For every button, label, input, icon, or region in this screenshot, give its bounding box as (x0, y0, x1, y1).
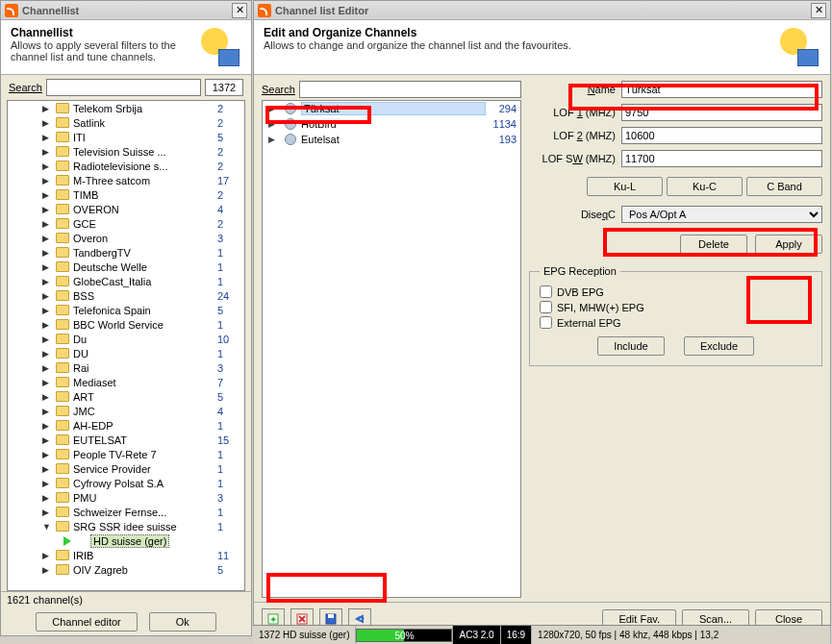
dvb-epg-checkbox[interactable] (540, 285, 552, 298)
epg-legend: EPG Reception (540, 265, 620, 277)
delete-button[interactable]: Delete (680, 235, 747, 254)
left-search-row: Search 1372 (1, 75, 251, 100)
lof1-label: LOF 1 (MHZ) (529, 107, 616, 118)
lofsw-label: LOF SW (MHZ) (529, 153, 616, 164)
right-header: Edit and Organize Channels Allows to cha… (254, 20, 830, 75)
status-aspect: 16:9 (501, 626, 532, 644)
tree-item[interactable]: ▶M-Three satcom17 (8, 173, 244, 187)
statusbar: 1372 HD suisse (ger) 50% AC3 2.0 16:9 12… (253, 625, 831, 644)
right-desc: Allows to change and organize the channe… (264, 39, 778, 51)
tree-item[interactable]: ▶IRIB11 (8, 548, 244, 562)
tree-item[interactable]: ▶ART5 (8, 389, 244, 404)
close-icon[interactable]: ✕ (232, 3, 247, 18)
status-info: 1280x720, 50 fps | 48 khz, 448 kbps | 13… (532, 626, 831, 644)
tree-item[interactable]: ▶BSS24 (8, 288, 244, 303)
diseqc-label: DiseqC (529, 209, 616, 220)
ok-button[interactable]: Ok (149, 612, 216, 632)
ku-c-button[interactable]: Ku-C (667, 177, 743, 196)
tree-item[interactable]: ▶People TV-Rete 71 (8, 447, 244, 461)
left-header: Channellist Allows to apply several filt… (1, 20, 251, 75)
status-channel: 1372 HD suisse (ger) (253, 626, 356, 644)
sfi-epg-checkbox[interactable] (540, 301, 552, 313)
search-input[interactable] (46, 79, 201, 96)
lof2-label: LOF 2 (MHZ) (529, 130, 616, 141)
search-label: Search (9, 82, 42, 93)
channellist-window: Channellist ✕ Channellist Allows to appl… (0, 0, 252, 636)
diseqc-select[interactable]: Pos A/Opt A (621, 206, 822, 223)
include-button[interactable]: Include (597, 336, 665, 356)
tree-item[interactable]: ▼SRG SSR idee suisse1 (8, 519, 244, 533)
tree-item[interactable]: ▶TIMB2 (8, 187, 244, 202)
sfi-epg-label: SFI, MHW(+) EPG (557, 302, 644, 313)
sat-item[interactable]: ▶Türksat294 (263, 101, 520, 116)
tree-item[interactable]: ▶Satlink2 (8, 115, 244, 130)
lofsw-field[interactable] (621, 150, 822, 167)
tree-item[interactable]: ▶Du10 (8, 332, 244, 346)
window-title-right: Channel list Editor (275, 5, 811, 16)
signal-progress: 50% (356, 629, 452, 642)
tree-item[interactable]: ▶Telefonica Spain5 (8, 303, 244, 317)
tree-item[interactable]: ▶AH-EDP1 (8, 418, 244, 433)
status-left: 1621 channel(s) (1, 591, 251, 608)
sat-item[interactable]: ▶Eutelsat193 (263, 132, 520, 147)
rss-icon (258, 4, 271, 17)
tree-item[interactable]: ▶DU1 (8, 346, 244, 360)
tree-item[interactable]: ▶ITI5 (8, 130, 244, 144)
tree-item[interactable]: ▶Schweizer Fernse...1 (8, 505, 244, 519)
left-btn-row: Channel editor Ok (1, 608, 251, 635)
svg-rect-6 (328, 614, 334, 618)
window-title-left: Channellist (22, 5, 232, 16)
channel-tree[interactable]: ▶Telekom Srbija2▶Satlink2▶ITI5▶Televisio… (7, 100, 245, 591)
tree-item[interactable]: ▶Rai3 (8, 360, 244, 375)
tree-item[interactable]: ▶BBC World Service1 (8, 317, 244, 332)
channel-list-editor-window: Channel list Editor ✕ Edit and Organize … (253, 0, 831, 636)
apply-button[interactable]: Apply (755, 235, 822, 254)
satdish-icon (199, 26, 241, 68)
name-label: Name (529, 84, 616, 95)
tree-item[interactable]: ▶Television Suisse ...2 (8, 144, 244, 159)
channel-editor-button[interactable]: Channel editor (36, 612, 138, 632)
name-field[interactable] (621, 81, 822, 98)
close-icon[interactable]: ✕ (811, 3, 826, 18)
titlebar-right: Channel list Editor ✕ (254, 1, 830, 20)
svg-text:✦: ✦ (269, 614, 277, 625)
sat-form: Name LOF 1 (MHZ) LOF 2 (MHZ) LOF SW (MHZ… (529, 79, 822, 598)
sat-item[interactable]: ▶HotBird1134 (263, 116, 520, 132)
satdish-icon (778, 26, 820, 68)
rss-icon (5, 4, 18, 17)
c-band-button[interactable]: C Band (746, 177, 822, 196)
lof1-field[interactable] (621, 104, 822, 121)
tree-item[interactable]: ▶GCE2 (8, 216, 244, 231)
lof2-field[interactable] (621, 127, 822, 144)
tree-item[interactable]: ▶JMC4 (8, 404, 244, 418)
tree-item[interactable]: ▶EUTELSAT15 (8, 433, 244, 447)
left-desc-title: Channellist (11, 26, 199, 39)
ku-l-button[interactable]: Ku-L (587, 177, 663, 196)
channel-count: 1372 (205, 79, 243, 96)
left-desc: Allows to apply several filters to the c… (11, 39, 199, 62)
tree-item[interactable]: ▶GlobeCast_Italia1 (8, 274, 244, 288)
tree-item[interactable]: ▶TandbergTV1 (8, 245, 244, 260)
satellite-tree[interactable]: ▶Türksat294▶HotBird1134▶Eutelsat193 (262, 100, 521, 598)
right-desc-title: Edit and Organize Channels (264, 26, 778, 39)
tree-item[interactable]: ▶Cyfrowy Polsat S.A1 (8, 476, 244, 490)
search-input-right[interactable] (299, 81, 521, 98)
ext-epg-checkbox[interactable] (540, 316, 552, 329)
exclude-button[interactable]: Exclude (684, 336, 754, 356)
tree-item[interactable]: ▶OVERON4 (8, 202, 244, 216)
titlebar-left: Channellist ✕ (1, 1, 251, 20)
tree-item[interactable]: ▶Deutsche Welle1 (8, 260, 244, 274)
tree-item-selected[interactable]: HD suisse (ger) (8, 533, 244, 548)
tree-item[interactable]: ▶Service Provider1 (8, 461, 244, 476)
dvb-epg-label: DVB EPG (557, 286, 604, 298)
tree-item[interactable]: ▶Mediaset7 (8, 375, 244, 389)
epg-reception-group: EPG Reception DVB EPG SFI, MHW(+) EPG Ex… (529, 265, 822, 366)
search-label-right: Search (262, 84, 295, 95)
tree-item[interactable]: ▶OIV Zagreb5 (8, 562, 244, 577)
tree-item[interactable]: ▶Overon3 (8, 231, 244, 245)
ext-epg-label: External EPG (557, 317, 621, 329)
tree-item[interactable]: ▶Telekom Srbija2 (8, 101, 244, 115)
status-ac3: AC3 2.0 (453, 626, 500, 644)
tree-item[interactable]: ▶Radiotelevisione s...2 (8, 159, 244, 173)
tree-item[interactable]: ▶PMU3 (8, 490, 244, 505)
